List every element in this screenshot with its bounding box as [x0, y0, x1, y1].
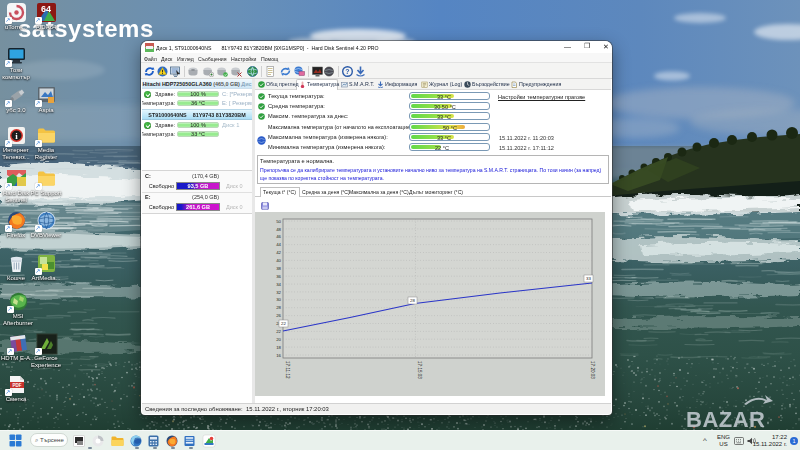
svg-text:?: ?: [345, 68, 349, 75]
svg-text:28: 28: [410, 298, 415, 303]
svg-text:PDF: PDF: [12, 383, 21, 388]
svg-text:42: 42: [276, 250, 281, 255]
svg-text:48: 48: [276, 227, 281, 232]
svg-text:BAZAR: BAZAR: [686, 407, 766, 432]
svg-text:17:20:03: 17:20:03: [590, 361, 595, 379]
svg-text:28: 28: [276, 305, 281, 310]
svg-text:17:11:12: 17:11:12: [285, 361, 290, 379]
svg-text:38: 38: [276, 266, 281, 271]
svg-text:18: 18: [276, 345, 281, 350]
svg-text:22: 22: [281, 321, 286, 326]
svg-text:36: 36: [276, 274, 281, 279]
svg-text:44: 44: [276, 242, 281, 247]
svg-text:33: 33: [586, 276, 591, 281]
svg-text:22: 22: [276, 329, 281, 334]
svg-text:26: 26: [276, 313, 281, 318]
svg-text:17:15:03: 17:15:03: [417, 361, 422, 379]
svg-text:32: 32: [276, 290, 281, 295]
svg-text:40: 40: [276, 258, 281, 263]
svg-text:34: 34: [276, 282, 281, 287]
svg-text:46: 46: [276, 234, 281, 239]
svg-text:20: 20: [276, 337, 281, 342]
svg-text:30: 30: [276, 297, 281, 302]
svg-text:64: 64: [40, 4, 50, 14]
svg-text:16: 16: [276, 353, 281, 358]
svg-text:50: 50: [276, 219, 281, 224]
